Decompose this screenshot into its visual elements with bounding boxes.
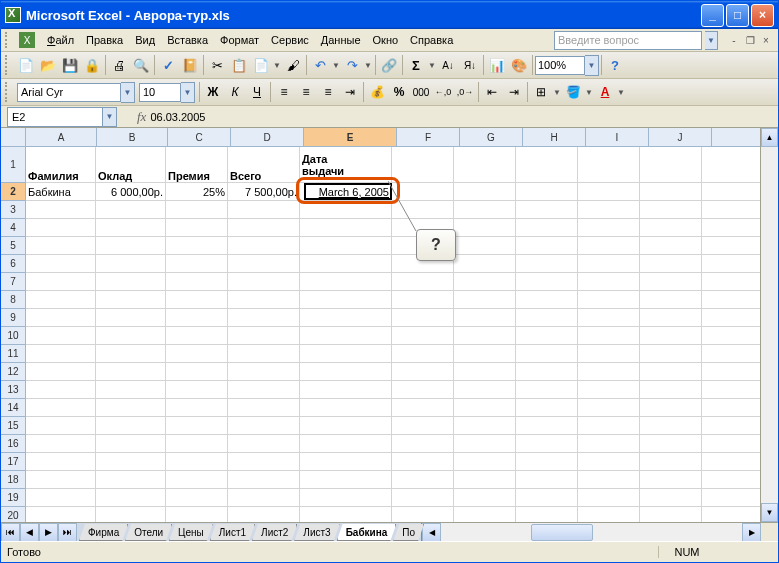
cell[interactable] (166, 489, 228, 506)
cell[interactable] (392, 327, 454, 344)
cell[interactable] (578, 399, 640, 416)
cell[interactable] (228, 399, 300, 416)
cell[interactable] (26, 237, 96, 254)
minimize-button[interactable]: _ (701, 4, 724, 27)
col-header[interactable]: C (168, 128, 231, 146)
cell[interactable] (392, 363, 454, 380)
cell[interactable] (26, 471, 96, 488)
cell[interactable] (578, 489, 640, 506)
cell[interactable] (640, 273, 702, 290)
row-header[interactable]: 4 (1, 219, 25, 237)
select-all-corner[interactable] (1, 128, 25, 147)
cell[interactable] (454, 291, 516, 308)
zoom-dropdown[interactable]: ▼ (585, 55, 599, 76)
cell[interactable] (26, 327, 96, 344)
cell[interactable] (640, 507, 702, 522)
cell[interactable] (516, 291, 578, 308)
sort-desc-button[interactable]: Я↓ (459, 54, 481, 76)
align-center-button[interactable]: ≡ (295, 81, 317, 103)
cell[interactable] (228, 453, 300, 470)
cell[interactable] (166, 219, 228, 236)
sheet-tab[interactable]: Цены (169, 524, 213, 541)
cell[interactable] (640, 345, 702, 362)
cell[interactable] (578, 219, 640, 236)
cell[interactable] (166, 381, 228, 398)
row-header[interactable]: 10 (1, 327, 25, 345)
sheet-tab[interactable]: Лист2 (252, 524, 297, 541)
font-color-dropdown[interactable]: ▼ (616, 88, 626, 97)
sheet-tab[interactable]: Фирма (79, 524, 128, 541)
scroll-right-button[interactable]: ▶ (742, 523, 761, 542)
cell[interactable] (166, 237, 228, 254)
sort-asc-button[interactable]: A↓ (437, 54, 459, 76)
cell[interactable] (228, 273, 300, 290)
cell[interactable] (96, 453, 166, 470)
row-header[interactable]: 5 (1, 237, 25, 255)
cell[interactable] (96, 417, 166, 434)
cell[interactable] (228, 471, 300, 488)
undo-dropdown[interactable]: ▼ (331, 61, 341, 70)
cell[interactable] (578, 309, 640, 326)
cell[interactable] (392, 453, 454, 470)
cell[interactable] (578, 345, 640, 362)
menu-file[interactable]: Файл (41, 32, 80, 48)
cell[interactable] (392, 381, 454, 398)
tab-nav-prev[interactable]: ◀ (20, 523, 39, 542)
menu-window[interactable]: Окно (367, 32, 405, 48)
autosum-dropdown[interactable]: ▼ (427, 61, 437, 70)
cell[interactable] (454, 219, 516, 236)
tab-nav-next[interactable]: ▶ (39, 523, 58, 542)
cell[interactable] (300, 507, 392, 522)
help-button[interactable]: ? (604, 54, 626, 76)
cell[interactable] (516, 417, 578, 434)
row-header[interactable]: 14 (1, 399, 25, 417)
cell[interactable] (640, 201, 702, 218)
menu-edit[interactable]: Правка (80, 32, 129, 48)
close-button[interactable]: × (751, 4, 774, 27)
cell[interactable] (516, 237, 578, 254)
cell[interactable] (26, 291, 96, 308)
cell[interactable] (516, 507, 578, 522)
cell[interactable] (640, 309, 702, 326)
cell[interactable]: Фамилия (26, 147, 96, 182)
cell[interactable] (392, 435, 454, 452)
scroll-track[interactable] (441, 523, 742, 541)
cell[interactable] (96, 471, 166, 488)
col-header[interactable]: G (460, 128, 523, 146)
cell[interactable] (392, 399, 454, 416)
cell[interactable] (516, 147, 578, 182)
cell[interactable] (96, 435, 166, 452)
cells-area[interactable]: Фамилия Оклад Премия Всего Датавыдачи Ба… (26, 147, 760, 522)
cell[interactable] (516, 255, 578, 272)
cell[interactable] (640, 471, 702, 488)
copy-button[interactable]: 📋 (228, 54, 250, 76)
autosum-button[interactable]: Σ (405, 54, 427, 76)
cell[interactable] (228, 417, 300, 434)
borders-button[interactable]: ⊞ (530, 81, 552, 103)
menu-data[interactable]: Данные (315, 32, 367, 48)
cell[interactable] (96, 273, 166, 290)
cell[interactable] (454, 489, 516, 506)
col-header[interactable]: H (523, 128, 586, 146)
cell[interactable] (454, 327, 516, 344)
italic-button[interactable]: К (224, 81, 246, 103)
cell[interactable] (228, 381, 300, 398)
horizontal-scrollbar[interactable]: ◀ ▶ (421, 523, 761, 541)
cell[interactable] (392, 237, 454, 254)
cell[interactable] (26, 273, 96, 290)
col-header[interactable]: F (397, 128, 460, 146)
row-header[interactable]: 18 (1, 471, 25, 489)
sheet-tab[interactable]: Лист3 (294, 524, 339, 541)
formula-value[interactable]: 06.03.2005 (150, 111, 205, 123)
size-dropdown[interactable]: ▼ (181, 82, 195, 103)
decrease-indent-button[interactable]: ⇤ (481, 81, 503, 103)
toolbar-handle[interactable] (5, 82, 13, 102)
ask-dropdown[interactable]: ▼ (705, 31, 718, 50)
cell[interactable] (640, 435, 702, 452)
row-header[interactable]: 2 (1, 183, 25, 201)
cell[interactable] (454, 309, 516, 326)
save-button[interactable]: 💾 (59, 54, 81, 76)
cell[interactable] (516, 381, 578, 398)
row-header[interactable]: 9 (1, 309, 25, 327)
row-header[interactable]: 1 (1, 147, 25, 183)
